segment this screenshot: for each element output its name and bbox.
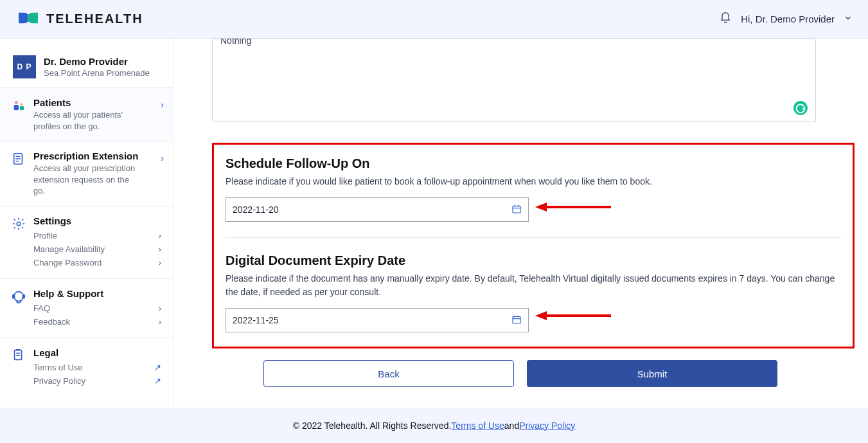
followup-date-input[interactable]: 2022-11-20 bbox=[226, 197, 529, 222]
sidebar-sub-terms[interactable]: Terms of Use↗ bbox=[33, 361, 161, 374]
highlight-annotation: Schedule Follow-Up On Please indicate if… bbox=[212, 143, 855, 348]
profile-name: Dr. Demo Provider bbox=[44, 56, 150, 67]
svg-point-2 bbox=[21, 103, 23, 105]
submit-button[interactable]: Submit bbox=[527, 360, 777, 387]
followup-desc: Please indicate if you would like patien… bbox=[226, 175, 841, 188]
expiry-desc: Please indicate if the document has any … bbox=[226, 272, 841, 299]
sidebar-title-patients: Patients bbox=[33, 97, 161, 108]
sidebar-sub-faq[interactable]: FAQ› bbox=[33, 302, 161, 315]
sidebar-sub-privacy[interactable]: Privacy Policy↗ bbox=[33, 374, 161, 388]
header-greeting: Hi, Dr. Demo Provider bbox=[741, 14, 835, 24]
chevron-right-icon: › bbox=[161, 153, 164, 163]
sidebar-item-prescription[interactable]: Prescription Extension Access all your p… bbox=[0, 141, 173, 206]
header-user-area[interactable]: Hi, Dr. Demo Provider bbox=[719, 12, 853, 26]
chevron-right-icon: › bbox=[159, 244, 161, 254]
sidebar-sub-feedback[interactable]: Feedback› bbox=[33, 315, 161, 329]
notes-textarea[interactable]: Nothing bbox=[212, 39, 816, 122]
sidebar-desc-patients: Access all your patients' profiles on th… bbox=[33, 109, 143, 132]
main-panel: Nothing Schedule Follow-Up On Please ind… bbox=[173, 39, 868, 408]
svg-rect-16 bbox=[513, 206, 520, 213]
sidebar-sub-availability[interactable]: Manage Availability› bbox=[33, 242, 161, 256]
notes-value: Nothing bbox=[220, 39, 251, 46]
gear-icon bbox=[12, 217, 26, 269]
patients-icon bbox=[12, 98, 26, 132]
svg-rect-12 bbox=[15, 350, 22, 359]
legal-icon bbox=[12, 348, 26, 388]
chevron-down-icon[interactable] bbox=[844, 14, 853, 24]
external-link-icon: ↗ bbox=[154, 376, 161, 386]
footer-terms-link[interactable]: Terms of Use bbox=[451, 420, 504, 431]
sidebar-desc-prescription: Access all your prescription extension r… bbox=[33, 163, 143, 197]
calendar-icon[interactable] bbox=[511, 204, 522, 216]
logo-icon bbox=[15, 10, 41, 28]
followup-title: Schedule Follow-Up On bbox=[226, 156, 841, 171]
sidebar-sub-profile[interactable]: Profile› bbox=[33, 229, 161, 242]
expiry-date-input[interactable]: 2022-11-25 bbox=[226, 308, 529, 332]
support-icon bbox=[12, 289, 26, 329]
footer-and: and bbox=[504, 420, 519, 431]
content-area: D P Dr. Demo Provider Sea Point Arena Pr… bbox=[0, 39, 868, 408]
profile-location: Sea Point Arena Promenade bbox=[44, 68, 150, 78]
divider bbox=[226, 237, 841, 238]
external-link-icon: ↗ bbox=[154, 363, 161, 372]
svg-rect-11 bbox=[22, 294, 24, 298]
sidebar-item-legal[interactable]: Legal Terms of Use↗ Privacy Policy↗ bbox=[0, 338, 173, 397]
footer-privacy-link[interactable]: Privacy Policy bbox=[519, 420, 575, 431]
svg-point-9 bbox=[14, 291, 24, 301]
back-button[interactable]: Back bbox=[263, 360, 514, 387]
footer-copyright: © 2022 Telehealth. All Rights Reserved. bbox=[293, 420, 452, 431]
chevron-right-icon: › bbox=[159, 231, 161, 240]
arrow-annotation-icon bbox=[535, 203, 612, 212]
chevron-right-icon: › bbox=[159, 303, 161, 313]
svg-point-8 bbox=[17, 222, 21, 226]
logo[interactable]: TELEHEALTH bbox=[15, 10, 143, 28]
grammarly-icon[interactable] bbox=[793, 101, 808, 115]
footer: © 2022 Telehealth. All Rights Reserved. … bbox=[0, 408, 868, 443]
svg-rect-10 bbox=[13, 294, 15, 298]
chevron-right-icon: › bbox=[161, 100, 164, 110]
followup-date-value: 2022-11-20 bbox=[233, 204, 279, 215]
sidebar-title-help: Help & Support bbox=[33, 288, 161, 299]
sidebar-sub-password[interactable]: Change Password› bbox=[33, 256, 161, 269]
form-actions: Back Submit bbox=[263, 360, 842, 387]
calendar-icon[interactable] bbox=[511, 314, 522, 327]
svg-rect-3 bbox=[20, 106, 24, 110]
svg-rect-22 bbox=[513, 316, 520, 323]
sidebar-title-settings: Settings bbox=[33, 215, 161, 226]
chevron-right-icon: › bbox=[159, 317, 161, 327]
chevron-right-icon: › bbox=[159, 258, 161, 267]
logo-text: TELEHEALTH bbox=[46, 12, 143, 26]
svg-marker-21 bbox=[535, 203, 547, 212]
prescription-icon bbox=[12, 152, 26, 197]
sidebar-title-prescription: Prescription Extension bbox=[33, 150, 161, 161]
sidebar-item-patients[interactable]: Patients Access all your patients' profi… bbox=[0, 87, 173, 141]
sidebar-item-help[interactable]: Help & Support FAQ› Feedback› bbox=[0, 278, 173, 338]
expiry-title: Digital Document Expiry Date bbox=[226, 253, 841, 268]
svg-rect-1 bbox=[14, 105, 19, 110]
avatar: D P bbox=[13, 55, 36, 78]
svg-point-0 bbox=[15, 101, 18, 105]
bell-icon[interactable] bbox=[719, 12, 732, 26]
app-header: TELEHEALTH Hi, Dr. Demo Provider bbox=[0, 0, 868, 39]
svg-marker-27 bbox=[535, 311, 547, 320]
arrow-annotation-icon bbox=[535, 311, 612, 320]
sidebar: D P Dr. Demo Provider Sea Point Arena Pr… bbox=[0, 39, 173, 408]
sidebar-title-legal: Legal bbox=[33, 347, 161, 358]
expiry-date-value: 2022-11-25 bbox=[233, 315, 279, 325]
profile-card[interactable]: D P Dr. Demo Provider Sea Point Arena Pr… bbox=[0, 46, 173, 87]
sidebar-item-settings[interactable]: Settings Profile› Manage Availability› C… bbox=[0, 206, 173, 278]
